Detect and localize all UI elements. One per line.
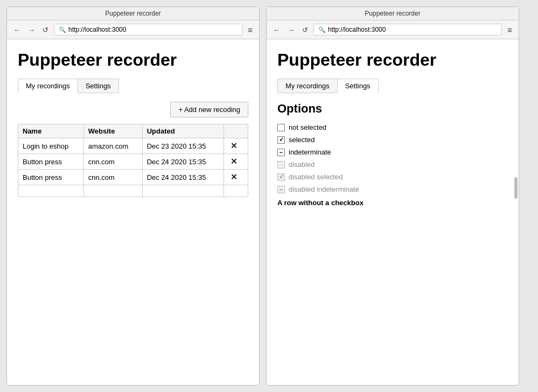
col-header-name: Name	[18, 124, 84, 138]
option-disabled-selected-label: disabled selected	[289, 173, 343, 181]
left-tab-bar: My recordings Settings	[18, 79, 119, 93]
left-browser-content: Puppeteer recorder My recordings Setting…	[7, 39, 259, 385]
left-back-button[interactable]: ←	[11, 25, 23, 35]
row-2-updated: Dec 24 2020 15:35	[142, 154, 223, 170]
right-toolbar: ← → ↺ 🔍 ≡	[267, 20, 519, 39]
right-browser-content: Puppeteer recorder My recordings Setting…	[267, 39, 519, 385]
left-address-bar: 🔍	[54, 24, 242, 36]
option-disabled-indeterminate-label: disabled indeterminate	[289, 185, 359, 193]
checkbox-options-list: not selected ✓ selected − indeterminate	[277, 123, 508, 207]
recordings-table-header: Name Website Updated	[18, 124, 248, 138]
row-1-updated: Dec 23 2020 15:35	[142, 138, 223, 154]
checkbox-disabled-selected: ✓	[277, 173, 285, 181]
right-tab-my-recordings[interactable]: My recordings	[278, 79, 338, 93]
minus-icon-disabled: −	[280, 186, 283, 193]
col-header-actions	[223, 124, 248, 138]
right-menu-button[interactable]: ≡	[505, 24, 514, 36]
empty-cell-4	[223, 185, 248, 197]
scrollbar-indicator[interactable]	[514, 177, 518, 199]
option-disabled-indeterminate: − disabled indeterminate	[277, 185, 508, 193]
col-header-website: Website	[83, 124, 142, 138]
row-1-delete-button[interactable]: ✕	[228, 141, 240, 151]
right-titlebar: Puppeteer recorder	[267, 7, 519, 20]
option-indeterminate-label: indeterminate	[289, 148, 331, 156]
options-heading: Options	[277, 102, 508, 116]
table-header-row: Name Website Updated	[18, 124, 248, 138]
option-disabled-selected: ✓ disabled selected	[277, 173, 508, 181]
row-3-updated: Dec 24 2020 15:35	[142, 170, 223, 185]
left-titlebar: Puppeteer recorder	[7, 7, 259, 20]
right-tab-settings[interactable]: Settings	[338, 79, 378, 93]
empty-cell-2	[83, 185, 142, 197]
row-3-name: Button press	[18, 170, 84, 185]
option-indeterminate: − indeterminate	[277, 148, 508, 156]
left-search-icon: 🔍	[59, 26, 66, 33]
option-selected: ✓ selected	[277, 136, 508, 144]
row-2-name: Button press	[18, 154, 84, 170]
empty-cell-3	[142, 185, 223, 197]
row-3-delete-cell: ✕	[223, 170, 248, 185]
right-back-button[interactable]: ←	[271, 25, 282, 35]
option-disabled-label: disabled	[289, 160, 315, 169]
col-header-updated: Updated	[142, 124, 223, 138]
left-tab-settings[interactable]: Settings	[78, 79, 118, 93]
right-tab-bar: My recordings Settings	[277, 79, 379, 93]
recordings-table: Name Website Updated Login to eshop amaz…	[18, 124, 248, 197]
right-url-input[interactable]	[328, 26, 497, 33]
left-browser-window: Puppeteer recorder ← → ↺ 🔍 ≡ Puppeteer r…	[6, 6, 260, 386]
check-icon: ✓	[279, 136, 284, 143]
row-1-delete-cell: ✕	[223, 138, 248, 154]
add-recording-button[interactable]: + Add new recoding	[170, 102, 248, 117]
left-menu-button[interactable]: ≡	[246, 24, 255, 36]
right-refresh-button[interactable]: ↺	[300, 25, 310, 35]
option-selected-label: selected	[289, 136, 315, 144]
right-search-icon: 🔍	[318, 26, 326, 33]
table-row: Login to eshop amazon.com Dec 23 2020 15…	[18, 138, 248, 154]
recordings-table-body: Login to eshop amazon.com Dec 23 2020 15…	[18, 138, 248, 197]
right-window-title: Puppeteer recorder	[365, 10, 420, 17]
option-disabled: disabled	[277, 160, 508, 169]
row-1-website: amazon.com	[83, 138, 142, 154]
right-tab-content: Options not selected ✓ selected	[277, 93, 508, 215]
check-icon-disabled: ✓	[279, 173, 284, 180]
option-not-selected-label: not selected	[289, 123, 326, 131]
left-url-input[interactable]	[68, 26, 237, 33]
option-no-checkbox: A row without a checkbox	[277, 199, 508, 207]
left-refresh-button[interactable]: ↺	[40, 25, 51, 35]
option-no-checkbox-label: A row without a checkbox	[277, 199, 364, 207]
left-forward-button[interactable]: →	[26, 25, 37, 35]
table-row: Button press cnn.com Dec 24 2020 15:35 ✕	[18, 154, 248, 170]
checkbox-not-selected[interactable]	[277, 124, 285, 131]
row-1-name: Login to eshop	[18, 138, 84, 154]
row-3-website: cnn.com	[83, 170, 142, 185]
checkbox-indeterminate[interactable]: −	[277, 149, 285, 156]
checkbox-selected[interactable]: ✓	[277, 136, 285, 144]
left-tab-content: + Add new recoding Name Website Updated …	[18, 93, 248, 206]
left-tab-my-recordings[interactable]: My recordings	[18, 79, 78, 93]
empty-cell-1	[18, 185, 84, 197]
table-empty-row	[18, 185, 248, 197]
checkbox-disabled	[277, 161, 285, 169]
row-2-delete-button[interactable]: ✕	[228, 157, 240, 166]
left-window-title: Puppeteer recorder	[105, 10, 160, 17]
row-3-delete-button[interactable]: ✕	[228, 172, 240, 182]
left-page-heading: Puppeteer recorder	[18, 50, 248, 70]
row-2-website: cnn.com	[83, 154, 142, 170]
right-browser-window: Puppeteer recorder ← → ↺ 🔍 ≡ Puppeteer r…	[266, 6, 519, 386]
checkbox-disabled-indeterminate: −	[277, 186, 285, 193]
table-row: Button press cnn.com Dec 24 2020 15:35 ✕	[18, 170, 248, 185]
right-page-heading: Puppeteer recorder	[277, 50, 508, 70]
row-2-delete-cell: ✕	[223, 154, 248, 170]
right-address-bar: 🔍	[313, 24, 502, 36]
right-forward-button[interactable]: →	[285, 25, 297, 35]
option-not-selected: not selected	[277, 123, 508, 131]
minus-icon: −	[280, 149, 283, 156]
left-toolbar: ← → ↺ 🔍 ≡	[7, 20, 259, 39]
